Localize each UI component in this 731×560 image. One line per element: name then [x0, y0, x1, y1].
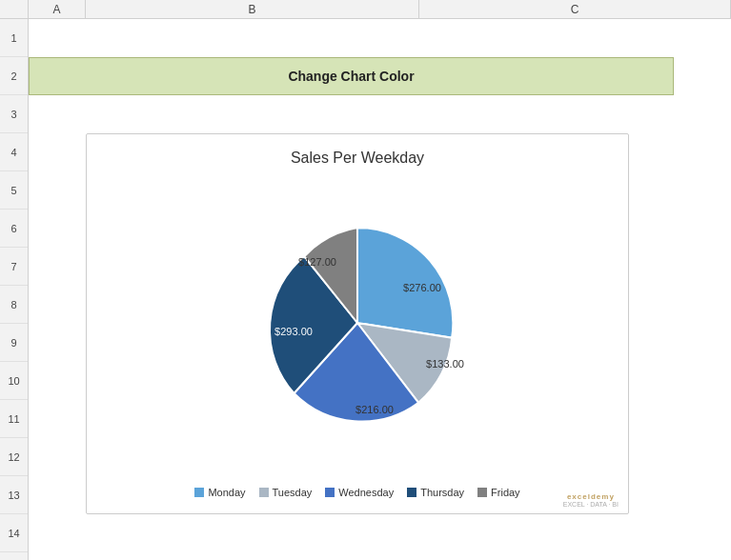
row-header-2: 2	[0, 57, 28, 95]
row-header-12: 12	[0, 438, 28, 476]
chart-title: Sales Per Weekday	[291, 150, 424, 167]
watermark: exceldemy EXCEL · DATA · BI	[563, 492, 619, 508]
label-tuesday: $133.00	[426, 358, 464, 370]
spreadsheet: A B C 1 2 3 4 5 6 7 8 9 10 11 12 13 14 C…	[0, 0, 731, 560]
legend-friday: Friday	[477, 487, 520, 498]
row-headers: 1 2 3 4 5 6 7 8 9 10 11 12 13 14	[0, 19, 29, 560]
row-header-7: 7	[0, 248, 28, 286]
row-header-6: 6	[0, 210, 28, 248]
col-header-b: B	[86, 0, 419, 18]
legend-label-wednesday: Wednesday	[338, 487, 394, 498]
label-thursday: $293.00	[274, 326, 313, 337]
legend-color-thursday	[407, 488, 416, 497]
grid-body: 1 2 3 4 5 6 7 8 9 10 11 12 13 14 Change …	[0, 19, 731, 560]
legend-monday: Monday	[194, 487, 245, 498]
row-header-3: 3	[0, 95, 28, 133]
legend-label-friday: Friday	[491, 487, 520, 498]
legend-color-friday	[477, 488, 487, 497]
pie-chart-svg: $276.00 $133.00 $216.00 $293.00	[234, 213, 481, 442]
legend-label-tuesday: Tuesday	[273, 487, 313, 498]
corner-cell	[0, 0, 29, 18]
legend-wednesday: Wednesday	[325, 487, 394, 498]
row-header-9: 9	[0, 324, 28, 362]
legend-color-wednesday	[325, 488, 335, 497]
chart-legend: Monday Tuesday Wednesday Thursday	[194, 487, 519, 498]
legend-color-tuesday	[259, 488, 269, 497]
row-header-4: 4	[0, 133, 28, 171]
legend-thursday: Thursday	[407, 487, 464, 498]
row-header-11: 11	[0, 400, 28, 438]
row-header-10: 10	[0, 362, 28, 400]
label-monday: $276.00	[403, 282, 441, 293]
row-header-1: 1	[0, 19, 28, 57]
chart-area: $276.00 $133.00 $216.00 $293.00	[102, 176, 613, 479]
row-header-13: 13	[0, 476, 28, 514]
label-friday: $127.00	[298, 256, 336, 268]
legend-color-monday	[194, 488, 204, 497]
col-headers: A B C	[0, 0, 731, 19]
row-header-14: 14	[0, 514, 28, 552]
title-text: Change Chart Color	[288, 69, 414, 84]
legend-label-thursday: Thursday	[420, 487, 464, 498]
legend-tuesday: Tuesday	[259, 487, 313, 498]
row-header-8: 8	[0, 286, 28, 324]
col-header-c: C	[419, 0, 731, 18]
col-header-a: A	[29, 0, 86, 18]
row-header-5: 5	[0, 171, 28, 210]
grid-content: Change Chart Color Sales Per Weekday $27…	[29, 19, 731, 560]
legend-label-monday: Monday	[208, 487, 245, 498]
label-wednesday: $216.00	[355, 404, 394, 415]
chart-container: Sales Per Weekday $276.00 $133.00	[86, 133, 629, 514]
title-cell: Change Chart Color	[29, 57, 674, 95]
